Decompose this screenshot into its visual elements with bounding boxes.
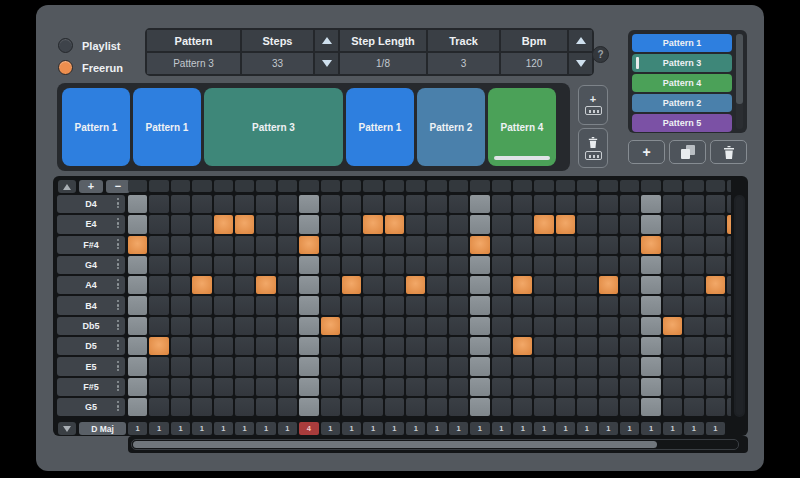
step-cell[interactable] [534,256,553,274]
pattern-value[interactable]: Pattern 3 [147,53,240,74]
step-cell[interactable] [321,378,340,396]
repeat-count-cell[interactable]: 1 [470,422,489,435]
step-cell[interactable] [663,317,682,335]
step-cell[interactable] [663,236,682,254]
note-row-label[interactable]: F#5 [57,378,125,396]
step-cell[interactable] [599,256,618,274]
chain-add-pattern-button[interactable]: + [578,85,608,125]
step-cell[interactable] [299,378,318,396]
kebab-handle-icon[interactable] [117,223,119,225]
kebab-handle-icon[interactable] [117,284,119,286]
help-button[interactable]: ? [592,46,609,63]
mode-option-freerun[interactable]: Freerun [58,60,123,75]
step-cell[interactable] [171,317,190,335]
step-cell[interactable] [534,398,553,416]
step-cell[interactable] [684,276,703,294]
step-cell[interactable] [620,337,639,355]
bpm-value[interactable]: 120 [501,53,567,74]
step-cell[interactable] [214,317,233,335]
step-cell[interactable] [149,378,168,396]
step-cell[interactable] [342,215,361,233]
step-cell[interactable] [171,236,190,254]
step-cell[interactable] [299,317,318,335]
step-cell[interactable] [534,337,553,355]
repeat-count-cell[interactable]: 1 [449,422,468,435]
step-cell[interactable] [427,296,446,314]
step-cell[interactable] [278,317,297,335]
step-cell[interactable] [128,337,147,355]
step-cell[interactable] [406,276,425,294]
step-cell[interactable] [256,276,275,294]
step-cell[interactable] [641,317,660,335]
step-cell[interactable] [321,276,340,294]
step-cell[interactable] [470,236,489,254]
chain-block[interactable]: Pattern 3 [204,88,343,166]
step-cell[interactable] [513,337,532,355]
kebab-handle-icon[interactable] [117,244,119,246]
freerun-radio-icon[interactable] [58,60,73,75]
step-cell[interactable] [192,236,211,254]
step-cell[interactable] [534,236,553,254]
step-length-value[interactable]: 1/8 [340,53,426,74]
kebab-handle-icon[interactable] [117,264,119,266]
step-cell[interactable] [342,276,361,294]
step-cell[interactable] [385,276,404,294]
repeat-count-cell[interactable]: 1 [321,422,340,435]
step-cell[interactable] [321,337,340,355]
step-cell[interactable] [128,398,147,416]
step-cell[interactable] [727,256,731,274]
step-cell[interactable] [363,195,382,213]
step-cell[interactable] [214,398,233,416]
step-cell[interactable] [620,296,639,314]
step-cell[interactable] [363,236,382,254]
step-cell[interactable] [599,378,618,396]
step-cell[interactable] [727,195,731,213]
repeat-count-cell[interactable]: 1 [513,422,532,435]
step-cell[interactable] [449,276,468,294]
step-cell[interactable] [599,337,618,355]
step-cell[interactable] [620,317,639,335]
step-cell[interactable] [406,337,425,355]
step-cell[interactable] [299,256,318,274]
step-cell[interactable] [278,357,297,375]
step-cell[interactable] [620,357,639,375]
step-cell[interactable] [577,317,596,335]
step-cell[interactable] [385,357,404,375]
step-cell[interactable] [492,215,511,233]
pattern-list-scrollbar[interactable] [736,34,743,129]
step-cell[interactable] [128,215,147,233]
repeat-count-cell[interactable]: 1 [256,422,275,435]
step-cell[interactable] [128,236,147,254]
step-cell[interactable] [556,276,575,294]
step-cell[interactable] [278,398,297,416]
step-cell[interactable] [684,236,703,254]
step-cell[interactable] [706,276,725,294]
step-cell[interactable] [427,317,446,335]
step-cell[interactable] [171,195,190,213]
step-cell[interactable] [192,357,211,375]
step-cell[interactable] [235,337,254,355]
step-cell[interactable] [599,398,618,416]
step-cell[interactable] [235,256,254,274]
step-cell[interactable] [492,195,511,213]
step-cell[interactable] [214,378,233,396]
repeat-count-cell[interactable]: 1 [278,422,297,435]
step-cell[interactable] [577,398,596,416]
step-cell[interactable] [235,357,254,375]
step-cell[interactable] [727,317,731,335]
step-cell[interactable] [534,378,553,396]
step-cell[interactable] [577,195,596,213]
step-cell[interactable] [385,317,404,335]
add-pattern-button[interactable]: + [628,140,665,164]
step-cell[interactable] [620,276,639,294]
chain-block[interactable]: Pattern 1 [346,88,414,166]
step-cell[interactable] [641,236,660,254]
step-cell[interactable] [492,357,511,375]
step-cell[interactable] [513,357,532,375]
step-cell[interactable] [406,236,425,254]
step-cell[interactable] [427,337,446,355]
step-cell[interactable] [513,398,532,416]
step-cell[interactable] [214,215,233,233]
step-cell[interactable] [171,296,190,314]
step-cell[interactable] [192,215,211,233]
